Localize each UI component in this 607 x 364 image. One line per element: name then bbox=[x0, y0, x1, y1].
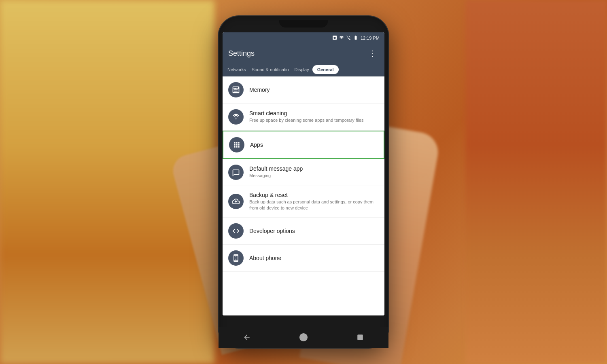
tab-display[interactable]: Display bbox=[292, 63, 312, 76]
settings-title: Settings bbox=[228, 49, 255, 58]
about-phone-icon-wrap bbox=[228, 250, 244, 266]
memory-icon bbox=[232, 86, 240, 94]
developer-icon bbox=[232, 227, 240, 235]
apps-icon bbox=[233, 141, 241, 149]
tab-sound[interactable]: Sound & notificatio bbox=[249, 63, 291, 76]
tab-general[interactable]: General bbox=[312, 65, 339, 74]
phone-frame: 12:19 PM Settings ⋮ Networks Sound & not… bbox=[219, 16, 388, 348]
about-phone-label: About phone bbox=[249, 255, 379, 261]
home-icon bbox=[299, 333, 308, 342]
memory-label: Memory bbox=[249, 87, 379, 93]
developer-options-text: Developer options bbox=[249, 228, 379, 234]
backup-reset-desc: Back up data such as personal data and s… bbox=[249, 199, 379, 212]
smart-cleaning-text: Smart cleaning Free up space by cleaning… bbox=[249, 110, 379, 123]
smart-cleaning-icon bbox=[232, 113, 240, 121]
apps-label: Apps bbox=[250, 142, 378, 148]
default-message-text: Default message app Messaging bbox=[249, 165, 379, 179]
developer-options-label: Developer options bbox=[249, 228, 379, 234]
about-phone-text: About phone bbox=[249, 255, 379, 261]
phone-screen: 12:19 PM Settings ⋮ Networks Sound & not… bbox=[223, 32, 384, 315]
message-icon bbox=[232, 168, 240, 176]
backup-reset-text: Backup & reset Back up data such as pers… bbox=[249, 192, 379, 212]
nfc-icon bbox=[332, 35, 337, 41]
signal-icon bbox=[346, 35, 351, 41]
backup-icon bbox=[232, 197, 240, 205]
setting-item-developer-options[interactable]: Developer options bbox=[223, 218, 384, 245]
apps-text: Apps bbox=[250, 142, 378, 148]
setting-item-default-message[interactable]: Default message app Messaging bbox=[223, 159, 384, 186]
smart-cleaning-icon-wrap bbox=[228, 109, 244, 125]
setting-item-backup-reset[interactable]: Backup & reset Back up data such as pers… bbox=[223, 186, 384, 218]
home-button[interactable] bbox=[298, 332, 309, 343]
back-icon bbox=[243, 333, 251, 341]
setting-item-memory[interactable]: Memory bbox=[223, 76, 384, 104]
developer-icon-wrap bbox=[228, 223, 244, 239]
memory-icon-wrap bbox=[228, 82, 244, 97]
default-message-icon-wrap bbox=[228, 165, 244, 180]
recent-apps-button[interactable] bbox=[354, 332, 366, 343]
svg-rect-1 bbox=[358, 335, 363, 340]
phone-mockup: 12:19 PM Settings ⋮ Networks Sound & not… bbox=[219, 16, 388, 348]
back-button[interactable] bbox=[241, 332, 253, 343]
backup-reset-icon-wrap bbox=[228, 194, 244, 209]
tab-networks[interactable]: Networks bbox=[225, 63, 248, 76]
status-bar: 12:19 PM bbox=[223, 32, 384, 44]
status-time: 12:19 PM bbox=[361, 36, 380, 40]
phone-navigation bbox=[219, 327, 388, 348]
about-phone-icon bbox=[232, 254, 240, 262]
battery-icon bbox=[353, 35, 359, 41]
svg-point-0 bbox=[300, 334, 307, 341]
status-icons: 12:19 PM bbox=[332, 35, 380, 41]
default-message-desc: Messaging bbox=[249, 173, 379, 179]
default-message-label: Default message app bbox=[249, 165, 379, 172]
background-right bbox=[465, 0, 607, 364]
smart-cleaning-desc: Free up space by cleaning some apps and … bbox=[249, 117, 379, 123]
settings-list: Memory Smart cleaning Free up space by bbox=[223, 76, 384, 315]
smart-cleaning-label: Smart cleaning bbox=[249, 110, 379, 116]
phone-notch bbox=[279, 20, 328, 28]
wifi-icon bbox=[339, 35, 344, 41]
settings-tabs: Networks Sound & notificatio Display Gen… bbox=[223, 63, 384, 76]
apps-icon-wrap bbox=[229, 137, 244, 152]
backup-reset-label: Backup & reset bbox=[249, 192, 379, 198]
recent-apps-icon bbox=[357, 334, 364, 341]
more-options-button[interactable]: ⋮ bbox=[366, 48, 379, 59]
settings-header: Settings ⋮ bbox=[223, 44, 384, 63]
setting-item-about-phone[interactable]: About phone bbox=[223, 245, 384, 272]
setting-item-apps[interactable]: Apps bbox=[223, 131, 384, 159]
memory-text: Memory bbox=[249, 87, 379, 93]
setting-item-smart-cleaning[interactable]: Smart cleaning Free up space by cleaning… bbox=[223, 104, 384, 131]
